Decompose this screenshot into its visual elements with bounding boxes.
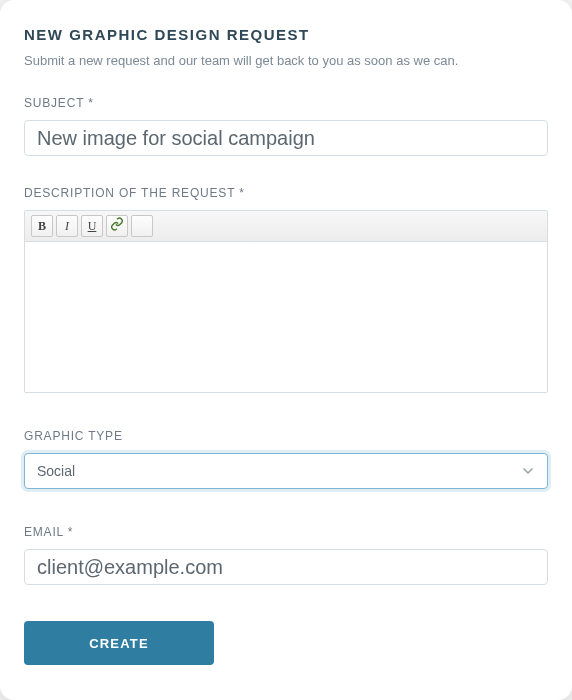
link-button[interactable] [106,215,128,237]
graphic-type-label: GRAPHIC TYPE [24,429,548,443]
subject-field-group: SUBJECT * [24,96,548,156]
email-input[interactable] [24,549,548,585]
description-label: DESCRIPTION OF THE REQUEST * [24,186,548,200]
page-title: NEW GRAPHIC DESIGN REQUEST [24,26,548,43]
form-card: NEW GRAPHIC DESIGN REQUEST Submit a new … [0,0,572,700]
page-subtitle: Submit a new request and our team will g… [24,53,548,68]
image-button[interactable] [131,215,153,237]
rich-text-editor: B I U [24,210,548,393]
graphic-type-field-group: GRAPHIC TYPE Social [24,429,548,489]
subject-label: SUBJECT * [24,96,548,110]
underline-button[interactable]: U [81,215,103,237]
link-icon [110,217,124,235]
graphic-type-select[interactable]: Social [24,453,548,489]
graphic-type-select-wrapper: Social [24,453,548,489]
bold-button[interactable]: B [31,215,53,237]
description-field-group: DESCRIPTION OF THE REQUEST * B I U [24,186,548,393]
rte-toolbar: B I U [25,211,547,242]
description-input[interactable] [25,242,547,392]
subject-input[interactable] [24,120,548,156]
create-button[interactable]: CREATE [24,621,214,665]
email-label: EMAIL * [24,525,548,539]
italic-button[interactable]: I [56,215,78,237]
email-field-group: EMAIL * [24,525,548,585]
